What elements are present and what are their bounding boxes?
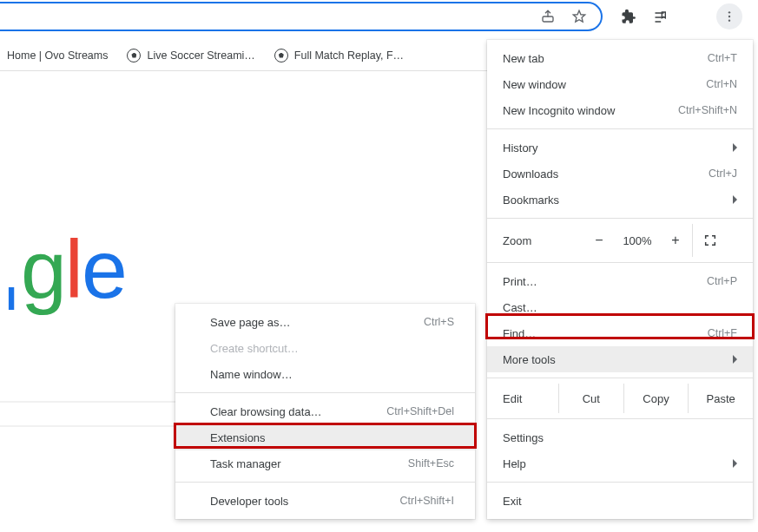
- edit-cut-button[interactable]: Cut: [558, 384, 623, 413]
- menu-bookmarks[interactable]: Bookmarks: [487, 187, 753, 213]
- menu-settings[interactable]: Settings: [487, 424, 753, 450]
- main-menu: New tab Ctrl+T New window Ctrl+N New Inc…: [487, 40, 753, 519]
- main-menu-button[interactable]: [716, 3, 742, 30]
- menu-cast[interactable]: Cast…: [487, 294, 753, 320]
- menu-downloads[interactable]: Downloads Ctrl+J: [487, 161, 753, 187]
- menu-separator: [487, 128, 753, 129]
- soccer-icon: [127, 49, 141, 62]
- edit-paste-button[interactable]: Paste: [688, 384, 753, 413]
- menu-find[interactable]: Find… Ctrl+F: [487, 320, 753, 346]
- share-icon[interactable]: [540, 9, 556, 24]
- menu-more-tools[interactable]: More tools: [487, 346, 753, 372]
- submenu-dev-tools[interactable]: Developer tools Ctrl+Shift+I: [175, 488, 475, 514]
- menu-separator: [487, 482, 753, 483]
- edit-copy-button[interactable]: Copy: [623, 384, 689, 413]
- menu-edit-row: Edit Cut Copy Paste: [487, 384, 753, 413]
- menu-help[interactable]: Help: [487, 450, 753, 476]
- submenu-extensions[interactable]: Extensions: [175, 424, 475, 450]
- submenu-task-manager[interactable]: Task manager Shift+Esc: [175, 450, 475, 476]
- menu-separator: [487, 418, 753, 419]
- menu-separator: [487, 218, 753, 219]
- soccer-icon: [274, 49, 288, 62]
- bookmark-item[interactable]: Full Match Replay, F…: [274, 49, 404, 62]
- chevron-right-icon: [733, 143, 737, 152]
- menu-separator: [487, 378, 753, 378]
- chevron-right-icon: [733, 355, 737, 364]
- zoom-out-button[interactable]: −: [583, 233, 616, 248]
- bookmark-label: Full Match Replay, F…: [294, 49, 404, 62]
- chevron-right-icon: [733, 195, 737, 204]
- star-icon[interactable]: [571, 9, 587, 24]
- page-divider: [0, 401, 175, 403]
- bookmark-label: Home | Ovo Streams: [7, 49, 108, 62]
- svg-rect-0: [543, 16, 553, 22]
- submenu-create-shortcut[interactable]: Create shortcut…: [175, 335, 475, 361]
- menu-incognito[interactable]: New Incognito window Ctrl+Shift+N: [487, 97, 753, 123]
- menu-print[interactable]: Print… Ctrl+P: [487, 268, 753, 294]
- omnibox[interactable]: [0, 2, 603, 31]
- bookmarks-bar: Home | Ovo Streams Live Soccer Streami… …: [0, 40, 487, 71]
- svg-point-1: [728, 11, 730, 13]
- bookmark-label: Live Soccer Streami…: [147, 49, 254, 62]
- bookmark-item[interactable]: Home | Ovo Streams: [7, 49, 108, 62]
- page-divider: [0, 425, 175, 427]
- bookmark-item[interactable]: Live Soccer Streami…: [127, 49, 254, 62]
- submenu-save-page[interactable]: Save page as… Ctrl+S: [175, 309, 475, 335]
- menu-separator: [175, 392, 475, 393]
- menu-exit[interactable]: Exit: [487, 488, 753, 514]
- submenu-name-window[interactable]: Name window…: [175, 361, 475, 387]
- reading-list-icon[interactable]: [653, 9, 670, 26]
- submenu-clear-data[interactable]: Clear browsing data… Ctrl+Shift+Del: [175, 398, 475, 424]
- zoom-in-button[interactable]: +: [659, 233, 692, 248]
- more-tools-submenu: Save page as… Ctrl+S Create shortcut… Na…: [175, 304, 475, 519]
- menu-zoom-row: Zoom − 100% +: [487, 224, 753, 257]
- menu-history[interactable]: History: [487, 135, 753, 161]
- svg-point-2: [728, 16, 730, 17]
- page-background-logo: ˌgle: [0, 221, 126, 317]
- menu-separator: [175, 482, 475, 483]
- zoom-value: 100%: [616, 234, 659, 247]
- svg-point-3: [728, 19, 730, 21]
- chevron-right-icon: [733, 459, 737, 468]
- menu-new-window[interactable]: New window Ctrl+N: [487, 71, 753, 97]
- menu-separator: [487, 262, 753, 263]
- menu-new-tab[interactable]: New tab Ctrl+T: [487, 45, 753, 71]
- fullscreen-button[interactable]: [692, 224, 727, 257]
- extensions-icon[interactable]: [620, 9, 637, 26]
